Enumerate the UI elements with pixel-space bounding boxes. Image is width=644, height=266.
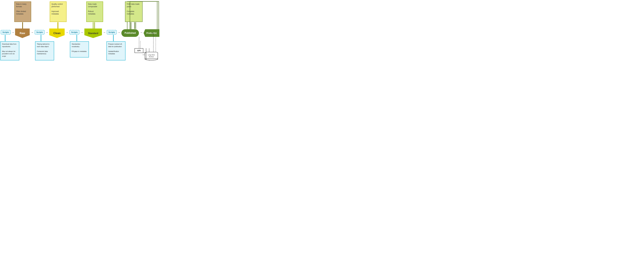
- vline1: [5, 35, 6, 41]
- arrow2: →: [31, 31, 34, 34]
- api-dashed-vline: [139, 37, 139, 48]
- scripts4-box: Scripts: [107, 30, 117, 34]
- scripts3-desc-box: Standardize vocabularyFill gaps in metad…: [70, 42, 89, 58]
- published-shape: Published: [121, 29, 139, 37]
- standard-info-box: Data made comparable Robust metadata: [86, 2, 103, 22]
- standard-shape: Standard: [84, 28, 102, 38]
- arrow8: →: [140, 31, 143, 34]
- scripts3-label: Scripts: [70, 30, 80, 34]
- arrow4: →: [66, 31, 68, 34]
- scripts1-box: Scripts: [1, 30, 11, 34]
- published-vline2: [131, 22, 131, 29]
- scripts1-label: Scripts: [1, 30, 11, 34]
- scripts4-desc-box: Prepare (subset of) data for publication…: [106, 42, 126, 60]
- clean-shape: Clean: [49, 28, 65, 38]
- api-box: API: [134, 48, 143, 53]
- scripts2-label: Scripts: [35, 30, 44, 34]
- vline2: [41, 35, 41, 41]
- api-to-archive-h: [139, 53, 146, 53]
- top-bracket-left: [130, 1, 130, 29]
- scripts1-desc-box: Download data from repositoriesMay not a…: [0, 42, 19, 60]
- published-info-box: FAIR data made public Complete metadata: [125, 2, 142, 22]
- raw-info-box: Data in many formats Often limited metad…: [14, 2, 31, 22]
- vline3: [76, 35, 77, 41]
- scripts2-desc-box: Tidying tailored to each data objectCont…: [35, 42, 54, 60]
- scripts4-label: Scripts: [107, 30, 117, 34]
- archive-arrow: ↑: [152, 32, 153, 34]
- arrow5: →: [80, 31, 83, 34]
- scripts2-box: Scripts: [35, 30, 44, 34]
- scripts3-box: Scripts: [70, 30, 80, 34]
- clean-info-box: Quality control performed Improved metad…: [50, 2, 66, 22]
- clean-vline: [58, 22, 58, 29]
- vline4: [113, 35, 114, 41]
- arrow3: →: [45, 31, 48, 34]
- standard-vline: [93, 22, 94, 29]
- api-to-archive-v: [146, 48, 146, 60]
- archive-to-products-v: [153, 33, 154, 52]
- diagram: Data in many formats Often limited metad…: [0, 0, 161, 66]
- arrow1: →: [12, 31, 14, 34]
- arrow7: →: [118, 31, 120, 34]
- archive-box: Long-TermArchive: [145, 52, 158, 62]
- raw-vline: [22, 22, 23, 29]
- top-bracket-right: [158, 1, 159, 29]
- top-bracket-h: [130, 1, 159, 2]
- arrow6: →: [103, 31, 106, 34]
- raw-shape: Raw: [15, 28, 30, 38]
